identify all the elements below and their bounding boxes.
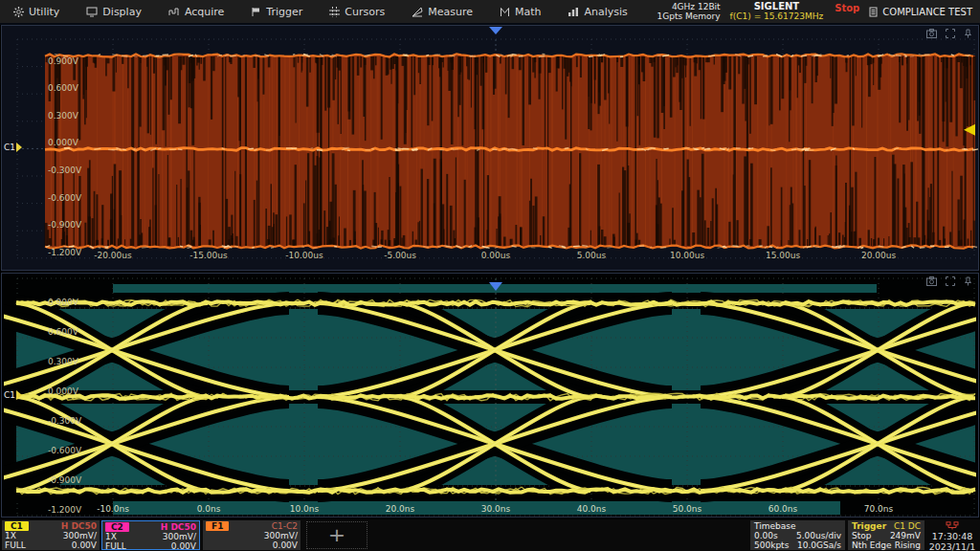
compliance-test-label: COMPLIANCE TEST [882,7,972,17]
bandwidth-limit: FULL [5,540,26,550]
eye-diagram-plot[interactable] [2,274,978,517]
menu-label: Cursors [345,6,385,18]
math-icon [500,7,510,17]
menu-label: Utility [29,6,59,18]
sample-rate: 10.0GSa/s [797,540,841,550]
timebase-delay: 0.00s [754,531,778,540]
analysis-icon [568,7,579,17]
volt-scale: 300mV/ [264,531,298,540]
menu-bar: Utility Display Acquire Trigger Cursors … [0,0,980,25]
trigger-box[interactable]: TriggerC1 DC Stop249mV Nth EdgeRising [848,520,924,550]
channel-c1-offset-marker[interactable]: C1 [4,143,22,152]
menu-label: Trigger [266,6,302,18]
math-id-badge: F1 [206,521,229,531]
waveform-grid-main[interactable]: C1 0.900V0.600V0.300V0.000V-0.300V-0.600… [1,25,979,271]
clipboard-icon [869,7,878,17]
channel-c1-offset-marker-eye[interactable]: C1 [4,390,22,400]
camera-icon[interactable] [926,29,937,38]
bandwidth-limit: FULL [105,541,126,551]
acquisition-status[interactable]: Stop [835,3,859,13]
channel-marker-label: C1 [4,390,15,400]
frequency-counter: f(C1) = 15.61723MHz [730,11,824,21]
acquisition-info: 4GHz 12Bit 1Gpts Memory [657,2,721,21]
timebase-scale: 5.00us/div [796,531,841,540]
cursors-icon [329,7,340,17]
measure-icon [412,7,423,17]
pin-icon[interactable] [964,29,972,38]
plus-icon: + [328,527,345,543]
volt-offset: 0.00V [171,541,196,551]
trigger-position-marker[interactable] [489,27,502,34]
date-label: 2023/11/1 [926,541,978,551]
menu-label: Measure [428,6,473,18]
trigger-slope: Rising [895,540,921,550]
fullscreen-icon[interactable] [946,29,955,38]
bandwidth-label: 4GHz 12Bit [657,2,721,11]
channel-id-badge: C1 [5,521,29,531]
time-label: 17:30:48 [926,531,978,541]
math-expression: C1-C2 [272,521,298,531]
camera-icon[interactable] [926,276,937,286]
memory-label: 1Gpts Memory [657,11,721,21]
channel-coupling: H DC50 [161,522,196,532]
menu-label: Math [515,6,542,18]
volt-scale: 300mV/ [163,532,196,541]
channel-id-badge: C2 [105,522,129,532]
chart-corner-toolbar [926,276,972,286]
mask-bottom-bar [113,501,840,515]
clock-block[interactable]: 17:30:48 2023/11/1 [926,520,978,551]
menu-item-trigger[interactable]: Trigger [237,0,316,23]
acquire-icon [168,7,180,17]
menu-item-math[interactable]: Math [486,0,555,23]
trigger-source: C1 DC [894,521,921,531]
fullscreen-icon[interactable] [946,276,955,286]
chart-corner-toolbar [926,29,972,38]
menu-item-analysis[interactable]: Analysis [554,0,640,23]
pin-icon[interactable] [964,276,972,286]
volt-scale: 300mV/ [63,531,97,540]
channel-box-c1[interactable]: C1 H DC50 1X300mV/ FULL0.00V [2,520,100,550]
trigger-title: Trigger [852,521,886,531]
menu-item-display[interactable]: Display [73,0,155,23]
channel-coupling: H DC50 [61,521,97,531]
network-icon [946,521,959,530]
flag-icon [251,7,261,17]
add-channel-button[interactable]: + [306,521,368,549]
volt-offset: 0.00V [273,540,298,550]
menu-item-utility[interactable]: Utility [0,0,73,23]
channel-marker-label: C1 [4,143,15,152]
menu-label: Analysis [584,6,627,18]
volt-offset: 0.00V [72,540,97,550]
compliance-test-button[interactable]: COMPLIANCE TEST [869,7,972,17]
channel-box-f1[interactable]: F1 C1-C2 300mV/ 0.00V [203,520,301,550]
brand-label: SIGLENT [730,2,824,11]
gear-icon [13,7,24,17]
menu-item-cursors[interactable]: Cursors [316,0,398,23]
status-bar: C1 H DC50 1X300mV/ FULL0.00V C2 H DC50 1… [0,519,980,551]
main-waveform-plot[interactable] [2,26,978,270]
channel-marker-arrow-icon [16,143,22,152]
channel-marker-arrow-icon [16,390,22,400]
menu-label: Acquire [185,6,224,18]
timebase-box[interactable]: Timebase 0.00s5.00us/div 500kpts10.0GSa/… [750,520,845,550]
probe-atten: 1X [105,532,117,541]
display-icon [86,7,98,17]
menu-label: Display [102,6,142,18]
channel-box-c2[interactable]: C2 H DC50 1X300mV/ FULL0.00V [101,520,200,550]
menu-item-acquire[interactable]: Acquire [155,0,237,23]
menu-item-measure[interactable]: Measure [398,0,486,23]
trigger-status: Stop [852,531,871,540]
waveform-grid-eye[interactable]: C1 0.900V0.600V0.300V0.000V-0.300V-0.600… [1,273,979,518]
timebase-title: Timebase [754,521,795,531]
probe-atten: 1X [5,531,16,540]
brand-block: SIGLENT f(C1) = 15.61723MHz [730,2,824,21]
trigger-level: 249mV [890,531,921,540]
memory-points: 500kpts [754,540,789,550]
trigger-type: Nth Edge [852,540,891,550]
